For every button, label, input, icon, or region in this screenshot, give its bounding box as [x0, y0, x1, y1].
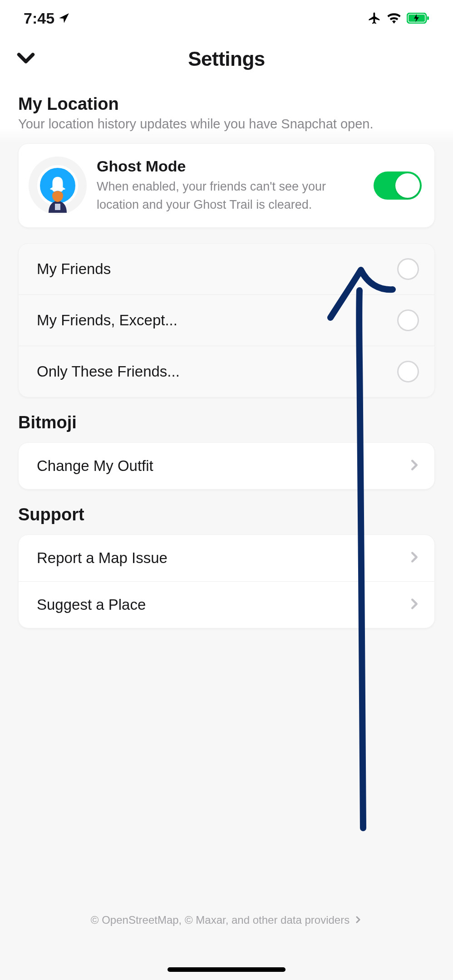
footer-text: © OpenStreetMap, © Maxar, and other data… — [91, 914, 350, 926]
status-right — [368, 11, 429, 25]
page-title: Settings — [188, 48, 265, 70]
ghost-mode-toggle[interactable] — [374, 172, 422, 200]
action-label: Report a Map Issue — [37, 549, 167, 567]
footer-attribution[interactable]: © OpenStreetMap, © Maxar, and other data… — [0, 914, 453, 926]
ghost-mode-title: Ghost Mode — [97, 157, 364, 175]
chevron-right-icon — [354, 914, 362, 926]
ghost-mode-description: When enabled, your friends can't see you… — [97, 178, 364, 213]
location-arrow-icon — [58, 12, 70, 24]
report-map-issue-row[interactable]: Report a Map Issue — [19, 535, 434, 582]
section-subtitle-location: Your location history updates while you … — [0, 117, 453, 143]
svg-rect-3 — [55, 204, 60, 210]
chevron-right-icon — [408, 459, 421, 473]
option-only-these-friends[interactable]: Only These Friends... — [19, 346, 434, 397]
action-label: Change My Outfit — [37, 457, 153, 475]
visibility-options-card: My Friends My Friends, Except... Only Th… — [18, 243, 435, 397]
option-my-friends-except[interactable]: My Friends, Except... — [19, 295, 434, 346]
option-my-friends[interactable]: My Friends — [19, 244, 434, 295]
action-label: Suggest a Place — [37, 596, 146, 613]
header: Settings — [0, 36, 453, 82]
section-title-location: My Location — [0, 82, 453, 117]
chevron-right-icon — [408, 598, 421, 612]
ghost-mode-text: Ghost Mode When enabled, your friends ca… — [97, 157, 364, 213]
ghost-mode-card: Ghost Mode When enabled, your friends ca… — [18, 143, 435, 228]
radio-icon — [397, 258, 419, 280]
radio-icon — [397, 361, 419, 382]
status-time: 7:45 — [24, 10, 54, 27]
radio-icon — [397, 309, 419, 331]
bitmoji-card: Change My Outfit — [18, 442, 435, 490]
wifi-icon — [387, 13, 401, 24]
airplane-icon — [368, 11, 381, 25]
support-card: Report a Map Issue Suggest a Place — [18, 534, 435, 628]
ghost-mode-row: Ghost Mode When enabled, your friends ca… — [19, 144, 434, 227]
section-title-bitmoji: Bitmoji — [0, 397, 453, 442]
chevron-right-icon — [408, 551, 421, 565]
chevron-down-icon — [15, 48, 36, 70]
suggest-a-place-row[interactable]: Suggest a Place — [19, 582, 434, 628]
home-indicator[interactable] — [167, 967, 286, 972]
bitmoji-body-icon — [43, 191, 72, 213]
back-button[interactable] — [14, 47, 38, 71]
option-label: My Friends — [37, 260, 111, 278]
svg-rect-2 — [427, 16, 429, 20]
status-left: 7:45 — [24, 10, 70, 27]
option-label: Only These Friends... — [37, 363, 180, 380]
status-bar: 7:45 — [0, 0, 453, 36]
option-label: My Friends, Except... — [37, 312, 177, 329]
bitmoji-avatar — [29, 157, 87, 215]
battery-charging-icon — [407, 13, 429, 24]
section-title-support: Support — [0, 490, 453, 534]
change-outfit-row[interactable]: Change My Outfit — [19, 443, 434, 489]
toggle-knob — [395, 173, 420, 198]
